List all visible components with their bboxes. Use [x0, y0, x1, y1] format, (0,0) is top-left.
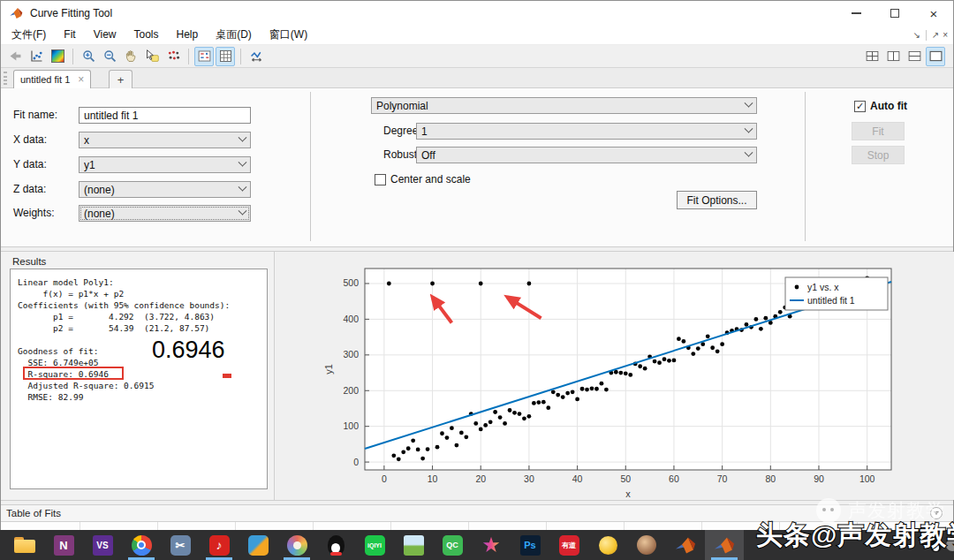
chevron-down-icon [745, 125, 753, 133]
table-of-fits-label: Table of Fits [1, 508, 61, 518]
stop-button[interactable]: Stop [852, 146, 905, 164]
weights-select[interactable]: (none) [79, 205, 251, 222]
layout-grid-button[interactable] [862, 47, 882, 66]
new-tab-button[interactable]: + [109, 70, 132, 88]
zoom-out-button[interactable] [100, 47, 119, 66]
taskbar-icon-vmware[interactable] [238, 530, 277, 560]
tab-grip-handle[interactable] [4, 72, 7, 85]
dock-close-icon[interactable]: × [943, 30, 948, 40]
results-panel-label: Results [12, 256, 46, 267]
legend-icon [197, 49, 212, 64]
taskbar-icon-photo-viewer[interactable] [394, 530, 433, 560]
fit-button[interactable]: Fit [852, 122, 905, 140]
menu-bar: 文件(F)FitViewToolsHelp桌面(D)窗口(W) ↘ ↗ × [1, 26, 953, 45]
taskbar-icon-onenote[interactable]: N [44, 530, 83, 560]
tray-avatar-icon[interactable] [946, 539, 954, 551]
taskbar-icon-snipping-tool[interactable]: ✂ [161, 530, 200, 560]
svg-text:100: 100 [343, 420, 359, 431]
layout-single-button[interactable] [926, 47, 945, 66]
layout-columns-button[interactable] [883, 47, 903, 66]
menu-item-1[interactable]: Fit [55, 26, 84, 44]
fit-options-button[interactable]: Fit Options... [677, 191, 757, 209]
collapse-panel-button[interactable] [930, 507, 943, 519]
taskbar-icon-visual-studio[interactable]: VS [83, 530, 122, 560]
panel-divider [310, 92, 311, 241]
colormap-button[interactable] [48, 47, 67, 66]
undock-arrow-icon[interactable]: ↗ [932, 30, 939, 40]
pan-button[interactable] [121, 47, 140, 66]
svg-text:40: 40 [572, 473, 583, 484]
x-data-select[interactable]: x [79, 132, 251, 148]
datatip-button[interactable] [142, 47, 162, 66]
taskbar-icon-qq[interactable] [316, 530, 355, 560]
legend-toggle-button[interactable] [194, 47, 214, 66]
taskbar-icon-chrome[interactable] [122, 530, 161, 560]
table-of-fits-panel: Table of Fits [1, 505, 953, 531]
svg-text:100: 100 [859, 473, 875, 484]
zoom-in-button[interactable] [79, 47, 98, 66]
taskbar-icon-matlab[interactable] [666, 530, 705, 560]
taskbar-icon-file-explorer[interactable] [5, 530, 44, 560]
checkbox-box-icon [375, 174, 386, 185]
taskbar-icon-iqiyi[interactable]: iQIYI [355, 530, 394, 560]
tab-untitled-fit-1[interactable]: untitled fit 1 × [13, 70, 91, 88]
window-title: Curve Fitting Tool [30, 7, 112, 19]
svg-text:90: 90 [814, 473, 824, 484]
qq-tray-icon[interactable] [930, 539, 942, 552]
taskbar-icon-star-app[interactable]: ★ [472, 530, 511, 560]
layout-buttons [861, 47, 953, 66]
taskbar-icon-qc-app[interactable]: QC [433, 530, 472, 560]
tab-close-icon[interactable]: × [78, 75, 84, 84]
robust-label: Robust: [383, 147, 420, 163]
menu-item-6[interactable]: 窗口(W) [261, 26, 316, 44]
dock-arrow-icon[interactable]: ↘ [912, 30, 920, 40]
plot-panel[interactable]: 01020304050607080901000100200300400500xy… [276, 252, 954, 500]
minimize-icon [852, 12, 861, 14]
main-toolbar [1, 45, 953, 68]
menu-item-2[interactable]: View [85, 26, 125, 44]
robust-select[interactable]: Off [416, 147, 757, 163]
taskbar-icon-youdao-dict[interactable]: 有道 [549, 530, 588, 560]
results-panel: Results Linear model Poly1: f(x) = p1*x … [1, 252, 275, 500]
minimize-button[interactable] [837, 1, 875, 26]
taskbar-icon-netease-music[interactable]: ♪ [200, 530, 238, 560]
svg-text:0: 0 [353, 457, 359, 467]
results-box: Linear model Poly1: f(x) = p1*x + p2 Coe… [10, 269, 268, 489]
degree-select[interactable]: 1 [416, 123, 757, 140]
taskbar-icon-photoshop[interactable]: Ps [511, 530, 549, 560]
new-fit-button[interactable] [26, 47, 46, 66]
colormap-icon [51, 49, 64, 63]
r-square-highlight-box [23, 367, 124, 380]
menu-item-3[interactable]: Tools [125, 26, 167, 44]
center-and-scale-checkbox[interactable]: Center and scale [375, 173, 471, 185]
brush-dots-icon [166, 49, 181, 64]
menu-item-0[interactable]: 文件(F) [3, 26, 55, 44]
close-button[interactable]: × [914, 1, 953, 26]
maximize-button[interactable] [875, 1, 914, 26]
close-icon: × [930, 6, 938, 21]
grid-toggle-button[interactable] [216, 47, 235, 66]
menu-item-5[interactable]: 桌面(D) [207, 26, 261, 44]
fit-name-input[interactable] [79, 107, 251, 124]
brush-data-button[interactable] [163, 47, 183, 66]
fit-name-label: Fit name: [13, 107, 57, 124]
svg-text:y1: y1 [323, 364, 334, 375]
checkbox-check-icon: ✓ [854, 101, 866, 112]
layout-rows-button[interactable] [905, 47, 924, 66]
adjust-axes-button[interactable] [246, 47, 266, 66]
y-data-select[interactable]: y1 [79, 156, 251, 173]
auto-fit-checkbox[interactable]: ✓ Auto fit [854, 100, 907, 112]
taskbar-icon-matlab-active[interactable] [705, 530, 744, 560]
svg-text:80: 80 [765, 473, 776, 484]
z-data-select[interactable]: (none) [79, 181, 251, 198]
matlab-logo-icon [9, 7, 23, 19]
model-type-select[interactable]: Polynomial [371, 97, 757, 114]
taskbar-icon-paint[interactable] [277, 530, 316, 560]
print-button[interactable] [5, 47, 25, 66]
taskbar-icon-user-avatar[interactable] [627, 530, 666, 560]
svg-text:20: 20 [475, 473, 486, 484]
grid-icon [218, 49, 233, 64]
x-data-label: X data: [13, 132, 47, 148]
taskbar-icon-coin-app[interactable] [588, 530, 627, 560]
menu-item-4[interactable]: Help [167, 26, 207, 44]
